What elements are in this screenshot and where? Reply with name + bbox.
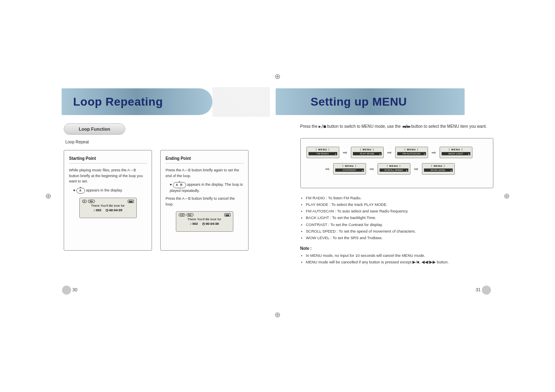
pill-label: Loop Function: [79, 127, 110, 131]
list-item: SCROLL SPEED : To set the speed of movem…: [300, 228, 494, 235]
arrow-icon: ➡: [343, 149, 348, 156]
menu-header: 〈 MENU 〉: [309, 148, 337, 152]
list-item: FM RADIO : To listen FM Radio.: [300, 195, 494, 201]
lcd1-time: 00:04:35: [106, 208, 122, 212]
intro-mid: button to switch to MENU mode, use the: [327, 124, 401, 129]
step1-bullet-text: appears in the display.: [86, 188, 123, 192]
lcd2-song: There You'll Be love for: [179, 217, 230, 221]
step1-label: Starting Point: [69, 156, 147, 161]
flow-row-2: ➡ 〈 MENU 〉 CONTRAST ➡ 〈 MENU 〉 SCROLL SP…: [306, 163, 488, 175]
lcd2-ab: A B: [179, 213, 185, 217]
section-subtitle: Loop Repeat: [65, 140, 261, 144]
lcd1-track: 002: [93, 208, 101, 212]
menu-item: FM AUTOSCAN: [397, 152, 426, 155]
arrow-icon: ➡: [325, 166, 330, 172]
lcd-display-2: A B Nor ▮▮▮ There You'll Be love for 002…: [176, 211, 233, 232]
page-num-left: 30: [72, 287, 77, 292]
list-item: MENU mode will be cancelled if any butto…: [300, 259, 494, 265]
list-item: BACK LIGHT : To set the backlight Time.: [300, 214, 494, 221]
list-item: PLAY MODE : To select the track PLAY MOD…: [300, 201, 494, 208]
menu-item: FM RADIO: [309, 152, 337, 155]
step-panel-start: Starting Point While playing music files…: [64, 150, 152, 251]
step2-text2: Press the A↔B button briefly to cancel t…: [166, 196, 243, 207]
lcd1-song: There You'll Be love for: [82, 204, 134, 208]
menu-item: SCROLL SPEED: [380, 168, 408, 172]
page-dot-icon: [62, 286, 71, 295]
lcd2-mode: Nor: [187, 213, 193, 217]
note-list: In MENU mode, no input for 10 seconds wi…: [300, 252, 494, 265]
menu-header: 〈 MENU 〉: [442, 148, 470, 152]
arrow-icon: ➡: [414, 166, 419, 172]
menu-lcd: 〈 MENU 〉 BACK LIGHT: [440, 147, 472, 158]
menu-lcd: 〈 MENU 〉 PLAY MODE: [351, 147, 384, 158]
list-item: In MENU mode, no input for 10 seconds wi…: [300, 252, 494, 259]
page-left: Loop Function Loop Repeat Starting Point…: [0, 82, 278, 392]
menu-flow-box: 〈 MENU 〉 FM RADIO ➡ 〈 MENU 〉 PLAY MODE ➡…: [300, 138, 494, 188]
arrow-icon: ➡: [431, 149, 436, 156]
page-right: Press the ▶/■ button to switch to MENU m…: [278, 82, 555, 392]
registration-mark-top: ⊕: [274, 72, 281, 81]
intro-text: Press the ▶/■ button to switch to MENU m…: [300, 123, 494, 130]
step1-text: While playing music files, press the A↔B…: [69, 168, 147, 184]
menu-lcd: 〈 MENU 〉 CONTRAST: [333, 163, 366, 175]
page-dot-icon: [482, 286, 491, 295]
rew-ff-icon: ◀◀/▶▶: [402, 124, 410, 129]
flow-row-1: 〈 MENU 〉 FM RADIO ➡ 〈 MENU 〉 PLAY MODE ➡…: [306, 147, 488, 158]
battery-icon: ▮▮▮: [128, 200, 134, 203]
menu-header: 〈 MENU 〉: [380, 164, 408, 168]
step2-text1: Press the A↔B button briefly again to se…: [166, 168, 243, 179]
page-number-right: 31: [476, 286, 491, 295]
note-label: Note :: [300, 246, 494, 251]
lcd1-mode: Nor: [88, 200, 95, 203]
step-panel-end: Ending Point Press the A↔B button briefl…: [160, 150, 249, 251]
list-item: CONTRAST : To set the Contrast for displ…: [300, 221, 494, 228]
battery-icon: ▮▮▮: [224, 213, 230, 217]
arrow-icon: ➡: [369, 166, 374, 172]
menu-item: PLAY MODE: [353, 152, 382, 155]
step2-bullet: ● A B appears in the display. The loop i…: [166, 182, 243, 194]
step1-bullet: ● A appears in the display.: [69, 188, 147, 194]
menu-header: 〈 MENU 〉: [335, 164, 364, 168]
menu-header: 〈 MENU 〉: [353, 148, 382, 152]
play-stop-icon: ▶/■: [319, 124, 326, 129]
page-number-left: 30: [62, 286, 77, 295]
menu-lcd: 〈 MENU 〉 SCROLL SPEED: [378, 163, 410, 175]
divider: [166, 163, 243, 164]
step2-label: Ending Point: [166, 156, 243, 161]
menu-item: WOW LEVEL: [424, 168, 453, 172]
list-item: FM AUTOSCAN : To auto select and save Ra…: [300, 208, 494, 214]
intro-suf: button to select the MENU item you want.: [411, 124, 487, 129]
menu-lcd: 〈 MENU 〉 WOW LEVEL: [422, 163, 455, 175]
lcd2-time: 00:04:38: [202, 222, 219, 226]
lcd2-track: 002: [190, 222, 198, 226]
menu-descriptions: FM RADIO : To listen FM Radio. PLAY MODE…: [300, 195, 494, 241]
menu-item: BACK LIGHT: [442, 152, 470, 155]
ab-badge-a: A: [76, 188, 85, 194]
menu-header: 〈 MENU 〉: [424, 164, 453, 168]
ab-badge-ab: A B: [173, 182, 186, 188]
arrow-icon: ➡: [387, 149, 392, 156]
divider: [69, 163, 147, 164]
page-num-right: 31: [476, 287, 481, 292]
menu-item: CONTRAST: [335, 168, 364, 172]
menu-lcd: 〈 MENU 〉 FM AUTOSCAN: [395, 147, 428, 158]
section-pill: Loop Function: [64, 123, 125, 135]
list-item: WOW LEVEL : To set the SRS and TruBass.: [300, 235, 494, 241]
lcd-display-1: A Nor ▮▮▮ There You'll Be love for 002 0…: [79, 198, 137, 218]
intro-pre: Press the: [300, 124, 318, 129]
menu-header: 〈 MENU 〉: [397, 148, 426, 152]
lcd1-ab: A: [82, 200, 87, 203]
menu-lcd: 〈 MENU 〉 FM RADIO: [306, 147, 339, 158]
